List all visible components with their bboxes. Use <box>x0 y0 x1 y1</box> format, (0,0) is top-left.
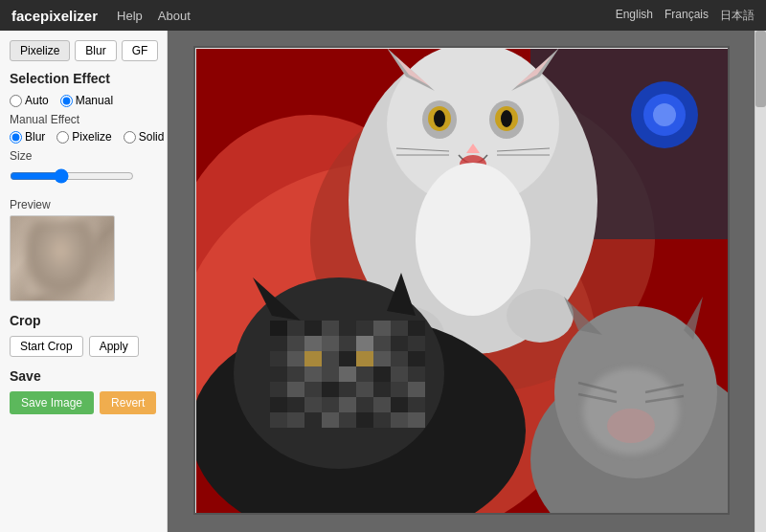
svg-rect-38 <box>356 321 373 336</box>
svg-point-28 <box>507 289 574 343</box>
svg-rect-55 <box>339 351 356 366</box>
svg-point-19 <box>501 110 512 127</box>
svg-rect-64 <box>339 366 356 382</box>
scrollbar[interactable] <box>755 31 766 532</box>
svg-rect-61 <box>287 366 304 382</box>
svg-rect-75 <box>373 382 391 397</box>
pixelize-effect-text: Pixelize <box>72 130 111 144</box>
nav-about[interactable]: About <box>158 9 191 23</box>
blur-effect-text: Blur <box>25 130 45 144</box>
svg-rect-80 <box>304 397 322 412</box>
svg-rect-52 <box>287 351 304 366</box>
manual-mode-label[interactable]: Manual <box>60 94 113 107</box>
navbar: facepixelizer Help About English Françai… <box>0 0 766 31</box>
manual-mode-radio[interactable] <box>60 95 73 107</box>
lang-french[interactable]: Français <box>665 8 709 24</box>
language-selector: English Français 日本語 <box>616 8 755 24</box>
pixelize-effect-radio[interactable] <box>56 131 69 144</box>
crop-title: Crop <box>10 313 157 328</box>
size-slider[interactable] <box>10 168 134 184</box>
save-image-button[interactable]: Save Image <box>10 391 94 414</box>
svg-rect-34 <box>287 321 304 336</box>
nav-links: Help About <box>117 9 616 23</box>
start-crop-button[interactable]: Start Crop <box>10 336 83 357</box>
nav-help[interactable]: Help <box>117 9 143 23</box>
manual-mode-text: Manual <box>76 94 113 107</box>
svg-rect-41 <box>408 321 425 336</box>
pixelize-button[interactable]: Pixelize <box>10 40 70 61</box>
svg-rect-79 <box>287 397 304 412</box>
size-slider-container <box>10 166 157 188</box>
svg-rect-83 <box>356 397 373 412</box>
svg-rect-91 <box>339 412 356 428</box>
image-canvas <box>193 46 730 515</box>
blur-button[interactable]: Blur <box>75 40 116 61</box>
svg-rect-49 <box>391 336 408 351</box>
svg-rect-71 <box>304 382 322 397</box>
svg-rect-65 <box>356 366 373 382</box>
svg-rect-53 <box>304 351 322 366</box>
svg-rect-33 <box>270 321 287 336</box>
svg-rect-92 <box>356 412 373 428</box>
svg-rect-56 <box>356 351 373 366</box>
lang-japanese[interactable]: 日本語 <box>720 8 755 24</box>
svg-rect-69 <box>270 382 287 397</box>
blur-effect-label[interactable]: Blur <box>10 130 45 144</box>
svg-rect-36 <box>322 321 339 336</box>
svg-rect-68 <box>408 366 425 382</box>
save-buttons: Save Image Revert <box>10 391 157 414</box>
size-label: Size <box>10 149 157 163</box>
save-section: Save Save Image Revert <box>10 368 157 414</box>
auto-mode-text: Auto <box>25 94 49 107</box>
solid-effect-radio[interactable] <box>124 131 136 144</box>
svg-rect-39 <box>373 321 391 336</box>
crop-buttons: Start Crop Apply <box>10 336 157 357</box>
svg-rect-66 <box>373 366 391 382</box>
main-layout: Pixelize Blur GF Selection Effect Auto M… <box>0 31 766 532</box>
preview-label: Preview <box>10 198 157 211</box>
svg-rect-72 <box>322 382 339 397</box>
lang-english[interactable]: English <box>616 8 653 24</box>
svg-rect-73 <box>339 382 356 397</box>
blur-effect-radio[interactable] <box>10 131 22 144</box>
gf-button[interactable]: GF <box>122 40 159 61</box>
svg-rect-78 <box>270 397 287 412</box>
svg-point-101 <box>607 409 655 443</box>
svg-rect-44 <box>304 336 322 351</box>
svg-rect-45 <box>322 336 339 351</box>
pixelize-effect-label[interactable]: Pixelize <box>56 130 111 144</box>
svg-rect-54 <box>322 351 339 366</box>
svg-rect-35 <box>304 321 322 336</box>
photo-svg <box>195 48 730 515</box>
scroll-thumb[interactable] <box>755 31 766 107</box>
svg-rect-50 <box>408 336 425 351</box>
svg-rect-94 <box>391 412 408 428</box>
apply-button[interactable]: Apply <box>89 336 139 357</box>
brand-logo: facepixelizer <box>11 8 98 24</box>
svg-rect-82 <box>339 397 356 412</box>
svg-rect-76 <box>391 382 408 397</box>
auto-mode-radio[interactable] <box>10 95 22 107</box>
svg-rect-57 <box>373 351 391 366</box>
svg-rect-48 <box>373 336 391 351</box>
revert-button[interactable]: Revert <box>100 391 156 414</box>
svg-point-18 <box>434 110 445 127</box>
svg-rect-62 <box>304 366 322 382</box>
solid-effect-text: Solid <box>139 130 165 144</box>
svg-rect-43 <box>287 336 304 351</box>
svg-rect-47 <box>356 336 373 351</box>
svg-rect-93 <box>373 412 391 428</box>
svg-rect-74 <box>356 382 373 397</box>
selection-mode-group: Auto Manual <box>10 94 157 107</box>
svg-rect-40 <box>391 321 408 336</box>
svg-rect-60 <box>270 366 287 382</box>
svg-rect-59 <box>408 351 425 366</box>
save-title: Save <box>10 368 157 384</box>
content-area <box>168 31 755 532</box>
svg-rect-86 <box>408 397 425 412</box>
svg-rect-81 <box>322 397 339 412</box>
auto-mode-label[interactable]: Auto <box>10 94 49 107</box>
effect-type-buttons: Pixelize Blur GF <box>10 40 157 61</box>
svg-rect-90 <box>322 412 339 428</box>
solid-effect-label[interactable]: Solid <box>124 130 165 144</box>
